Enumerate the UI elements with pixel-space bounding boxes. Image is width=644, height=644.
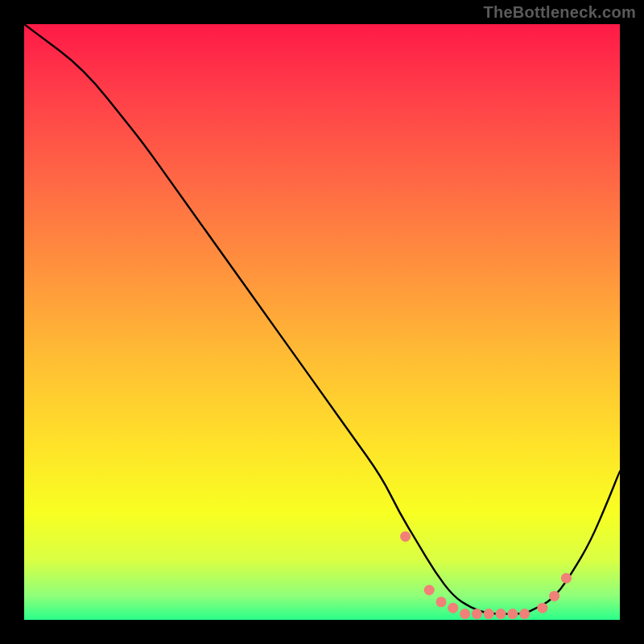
data-dot [448, 603, 458, 613]
data-dot [484, 609, 494, 619]
chart-svg [24, 24, 620, 620]
data-dot [472, 609, 482, 619]
data-dot [436, 597, 447, 607]
watermark-text: TheBottleneck.com [483, 3, 636, 22]
data-dot [519, 609, 530, 619]
data-dot [537, 603, 547, 613]
data-dot [460, 609, 470, 619]
data-dot [549, 591, 559, 601]
data-dot [400, 531, 411, 542]
data-dots [400, 531, 572, 619]
data-dot [496, 609, 506, 619]
data-dot [561, 573, 572, 584]
data-dot [507, 609, 518, 619]
chart-plot [24, 24, 620, 620]
data-dot [424, 585, 435, 596]
bottleneck-curve [24, 24, 620, 614]
